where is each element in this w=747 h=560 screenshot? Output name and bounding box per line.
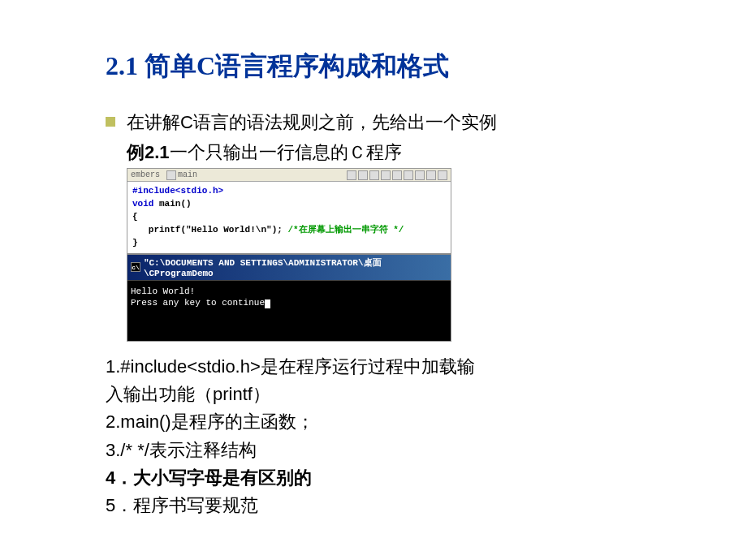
example-label: 例2.1: [127, 142, 170, 162]
tool-icon: [358, 170, 368, 180]
include-directive: #include<stdio.h>: [132, 186, 223, 196]
example-desc: 一个只输出一行信息的Ｃ程序: [170, 142, 402, 162]
console-output: Hello World! Press any key to continue: [127, 280, 451, 342]
separator-icon: [166, 170, 176, 180]
code-line: printf("Hello World!\n"); /*在屏幕上输出一串字符 *…: [132, 224, 446, 237]
ide-toolbar: embers main: [127, 169, 451, 182]
console-title-text: "C:\DOCUMENTS AND SETTINGS\ADMINISTRATOR…: [144, 256, 447, 278]
code-comment: /*在屏幕上输出一串字符 */: [287, 225, 404, 235]
console-line: Press any key to continue: [131, 297, 447, 308]
console-prompt: Press any key to continue: [131, 298, 265, 308]
cmd-icon: c\: [131, 262, 140, 272]
code-line: {: [132, 211, 446, 224]
note-3: 3./* */表示注释结构: [106, 437, 666, 464]
note-1b: 入输出功能（printf）: [106, 381, 666, 408]
ide-tab-right: main: [178, 170, 197, 179]
intro-row: 在讲解C语言的语法规则之前，先给出一个实例: [106, 109, 666, 136]
tool-icon: [426, 170, 436, 180]
note-4: 4．大小写字母是有区别的: [106, 464, 666, 492]
tool-icon: [404, 170, 413, 180]
void-keyword: void: [132, 199, 153, 209]
tool-icon: [381, 170, 391, 180]
console-line: Hello World!: [131, 286, 447, 297]
code-line: }: [132, 237, 446, 250]
section-title: 2.1 简单C语言程序构成和格式: [106, 49, 666, 84]
printf-call: printf("Hello World!\n");: [132, 225, 287, 235]
console-titlebar: c\ "C:\DOCUMENTS AND SETTINGS\ADMINISTRA…: [127, 255, 451, 280]
tool-icon: [369, 170, 379, 180]
tool-icon: [415, 170, 425, 180]
cursor-icon: [265, 299, 270, 308]
tool-icon: [438, 170, 447, 180]
ide-window: embers main #include<stdio.h> void main(…: [127, 168, 451, 342]
tool-icon: [347, 170, 356, 180]
code-editor: #include<stdio.h> void main() { printf("…: [127, 182, 451, 253]
tool-icon: [392, 170, 402, 180]
note-1a: 1.#include<stdio.h>是在程序运行过程中加载输: [106, 353, 666, 381]
console-window: c\ "C:\DOCUMENTS AND SETTINGS\ADMINISTRA…: [127, 253, 451, 342]
code-line: void main(): [132, 198, 446, 211]
bullet-icon: [106, 117, 115, 127]
explanation-notes: 1.#include<stdio.h>是在程序运行过程中加载输 入输出功能（pr…: [106, 353, 666, 519]
note-5: 5．程序书写要规范: [106, 492, 666, 519]
code-line: #include<stdio.h>: [132, 185, 446, 198]
note-2: 2.main()是程序的主函数；: [106, 408, 666, 436]
slide-content: 2.1 简单C语言程序构成和格式 在讲解C语言的语法规则之前，先给出一个实例 例…: [0, 0, 747, 544]
intro-text: 在讲解C语言的语法规则之前，先给出一个实例: [127, 109, 497, 136]
example-caption: 例2.1一个只输出一行信息的Ｃ程序: [127, 140, 666, 165]
ide-tab-left: embers: [131, 170, 160, 179]
main-signature: main(): [153, 199, 191, 209]
